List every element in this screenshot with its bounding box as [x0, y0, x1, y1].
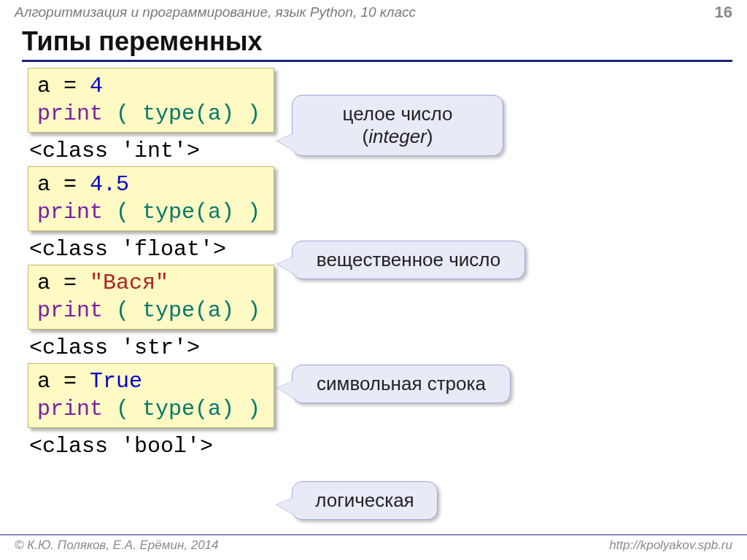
print-keyword: print — [37, 200, 103, 225]
code-box: a = Trueprint ( type(a) ) — [28, 363, 274, 428]
callout-text: целое число — [309, 103, 487, 125]
literal-value: 4 — [90, 74, 103, 98]
slide-footer: © К.Ю. Поляков, Е.А. Ерёмин, 2014 http:/… — [0, 534, 747, 556]
print-keyword: print — [37, 298, 103, 323]
code-box: a = 4.5print ( type(a) ) — [28, 166, 274, 231]
code-box: a = "Вася"print ( type(a) ) — [28, 265, 274, 330]
print-keyword: print — [37, 101, 103, 126]
equals-sign: = — [63, 172, 77, 197]
callout-text-2: (integer) — [309, 125, 487, 148]
type-fn: type — [142, 298, 195, 323]
paren-close: ) — [247, 200, 260, 225]
literal-value: "Вася" — [90, 271, 169, 295]
print-keyword: print — [37, 397, 103, 421]
var-name: a — [37, 369, 50, 394]
callout: логическая — [292, 481, 438, 520]
equals-sign: = — [63, 271, 77, 295]
type-fn: type — [142, 397, 195, 421]
code-line-assign: a = 4.5 — [37, 171, 260, 199]
course-label: Алгоритмизация и программирование, язык … — [15, 4, 416, 20]
callout-tail-icon — [276, 381, 294, 398]
equals-sign: = — [63, 369, 77, 394]
type-arg: (a) — [195, 101, 234, 126]
callout-text: символьная строка — [309, 373, 494, 395]
var-name: a — [37, 172, 50, 197]
paren-open: ( — [116, 200, 129, 225]
paren-open: ( — [116, 298, 129, 323]
output-line: <class 'bool'> — [29, 434, 725, 459]
page-number: 16 — [715, 3, 732, 22]
var-name: a — [37, 74, 50, 98]
output-line: <class 'str'> — [29, 335, 725, 360]
callout-tail-icon — [276, 257, 294, 274]
code-line-assign: a = 4 — [37, 73, 260, 101]
callout-text: логическая — [309, 489, 421, 512]
slide-header: Алгоритмизация и программирование, язык … — [0, 0, 747, 23]
paren-open: ( — [116, 397, 129, 421]
callout: вещественное число — [292, 241, 525, 279]
paren-open: ( — [116, 101, 129, 126]
paren-close: ) — [247, 298, 260, 323]
type-arg: (a) — [195, 397, 234, 421]
paren-close: ) — [247, 101, 260, 126]
code-line-assign: a = "Вася" — [37, 270, 260, 298]
type-arg: (a) — [195, 298, 234, 323]
code-line-print: print ( type(a) ) — [37, 101, 260, 128]
code-line-print: print ( type(a) ) — [37, 396, 260, 424]
var-name: a — [37, 271, 50, 295]
code-line-print: print ( type(a) ) — [37, 298, 260, 325]
slide-title: Типы переменных — [22, 26, 732, 62]
type-fn: type — [142, 200, 195, 225]
callout-tail-icon — [276, 497, 294, 515]
callout-text: вещественное число — [309, 249, 508, 271]
paren-close: ) — [247, 397, 260, 421]
copyright: © К.Ю. Поляков, Е.А. Ерёмин, 2014 — [15, 538, 219, 553]
type-arg: (a) — [195, 200, 234, 225]
code-box: a = 4print ( type(a) ) — [28, 68, 274, 133]
literal-value: True — [90, 369, 142, 394]
callout-tail-icon — [276, 133, 294, 151]
callout: символьная строка — [292, 365, 511, 403]
equals-sign: = — [63, 74, 77, 98]
code-line-assign: a = True — [37, 368, 260, 396]
literal-value: 4.5 — [90, 172, 129, 197]
type-fn: type — [142, 101, 195, 126]
code-line-print: print ( type(a) ) — [37, 199, 260, 227]
callout: целое число(integer) — [292, 95, 503, 156]
footer-url: http://kpolyakov.spb.ru — [609, 538, 732, 553]
